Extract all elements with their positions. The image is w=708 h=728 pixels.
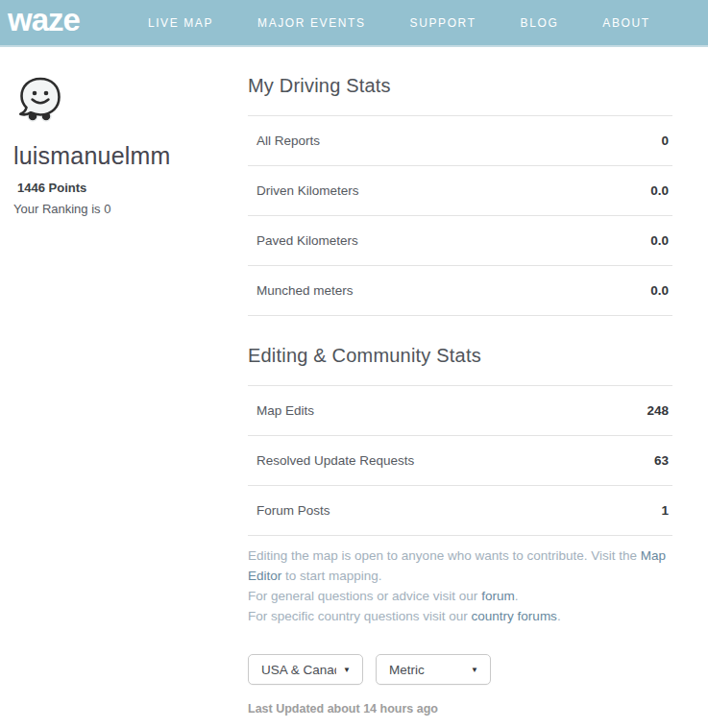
nav-item-about[interactable]: ABOUT <box>580 16 671 30</box>
page-content: luismanuelmm 1446 Points Your Ranking is… <box>0 47 708 716</box>
stat-row-paved-kilometers: Paved Kilometers 0.0 <box>248 216 672 266</box>
nav-item-live-map[interactable]: LIVE MAP <box>126 16 235 30</box>
info-text: . <box>557 609 561 623</box>
community-stats-title: Editing & Community Stats <box>248 345 672 367</box>
profile-username: luismanuelmm <box>13 142 231 170</box>
last-updated-text: Last Updated about 14 hours ago <box>248 702 672 716</box>
nav-menu: LIVE MAP MAJOR EVENTS SUPPORT BLOG ABOUT <box>126 16 672 30</box>
info-text: . <box>515 589 519 603</box>
chevron-down-icon: ▼ <box>471 666 478 674</box>
stat-label: Forum Posts <box>256 503 330 518</box>
stat-value: 1 <box>661 503 669 518</box>
stat-row-map-edits: Map Edits 248 <box>248 386 672 436</box>
waze-mood-avatar-icon <box>13 75 63 125</box>
profile-ranking: Your Ranking is 0 <box>13 202 231 216</box>
stat-row-all-reports: All Reports 0 <box>248 116 672 166</box>
stat-value: 0.0 <box>650 283 669 298</box>
stat-row-forum-posts: Forum Posts 1 <box>248 486 672 536</box>
stats-main: My Driving Stats All Reports 0 Driven Ki… <box>248 47 672 716</box>
driving-stats-title: My Driving Stats <box>248 75 672 97</box>
stat-value: 63 <box>654 453 669 468</box>
stat-label: Map Edits <box>256 403 314 418</box>
info-text: to start mapping. <box>281 569 381 583</box>
region-select-value: USA & Canada <box>261 663 336 677</box>
units-select[interactable]: Metric ▼ <box>376 654 491 685</box>
waze-logo[interactable]: waze <box>0 2 80 44</box>
stat-label: Driven Kilometers <box>256 183 359 198</box>
info-text: For general questions or advice visit ou… <box>248 589 481 603</box>
region-select[interactable]: USA & Canada ▼ <box>248 654 363 685</box>
country-forums-link[interactable]: country forums <box>472 609 557 623</box>
top-navbar: waze LIVE MAP MAJOR EVENTS SUPPORT BLOG … <box>0 0 708 47</box>
nav-item-major-events[interactable]: MAJOR EVENTS <box>235 16 388 30</box>
stat-label: Resolved Update Requests <box>256 453 414 468</box>
nav-item-support[interactable]: SUPPORT <box>388 16 499 30</box>
stat-value: 0 <box>661 133 669 148</box>
info-text: Editing the map is open to anyone who wa… <box>248 548 641 563</box>
settings-controls: USA & Canada ▼ Metric ▼ <box>248 654 672 685</box>
chevron-down-icon: ▼ <box>343 666 351 674</box>
driving-stats-table: All Reports 0 Driven Kilometers 0.0 Pave… <box>248 115 672 316</box>
info-text: For specific country questions visit our <box>248 609 472 623</box>
stat-label: Paved Kilometers <box>256 233 358 248</box>
community-info-text: Editing the map is open to anyone who wa… <box>248 546 672 626</box>
stat-row-munched-meters: Munched meters 0.0 <box>248 266 672 316</box>
nav-item-blog[interactable]: BLOG <box>499 16 581 30</box>
units-select-value: Metric <box>389 663 464 677</box>
stat-row-driven-kilometers: Driven Kilometers 0.0 <box>248 166 672 216</box>
stat-value: 0.0 <box>650 183 669 198</box>
stat-value: 0.0 <box>650 233 669 248</box>
stat-label: All Reports <box>256 133 320 148</box>
stat-value: 248 <box>647 403 669 418</box>
stat-row-resolved-update-requests: Resolved Update Requests 63 <box>248 436 672 486</box>
community-stats-table: Map Edits 248 Resolved Update Requests 6… <box>248 385 672 536</box>
profile-points: 1446 Points <box>17 181 231 195</box>
profile-sidebar: luismanuelmm 1446 Points Your Ranking is… <box>13 47 231 716</box>
forum-link[interactable]: forum <box>481 589 515 603</box>
stat-label: Munched meters <box>256 283 354 298</box>
